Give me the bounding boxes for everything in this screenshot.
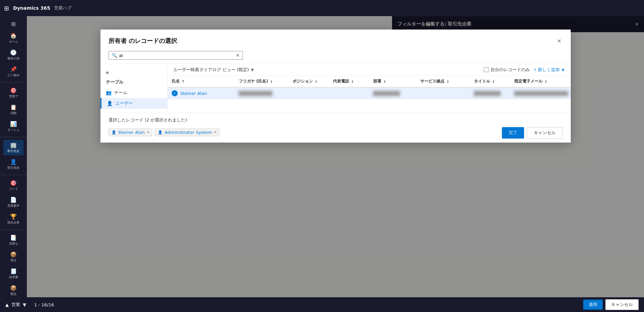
search-input[interactable] <box>119 53 234 58</box>
name-link[interactable]: Steiner Alan <box>180 91 207 96</box>
footer-actions: 完了 キャンセル <box>502 127 563 139</box>
app-subtitle: 営業ハブ <box>54 5 72 11</box>
col-phone-sort-icon: ↓ <box>351 80 354 83</box>
left-panel: ≡ テーブル 👥 チーム 👤 ユーザー <box>100 64 168 113</box>
row-check-icon: ✓ <box>172 90 178 96</box>
cell-dept: ████████ <box>369 87 416 99</box>
col-email[interactable]: 既定電子メール ↓ <box>510 76 571 87</box>
col-name[interactable]: 氏名 ↑ <box>168 76 235 87</box>
main-content: フィルターを編集する: 取引先企業 × 所有者 のレコードの選択 × 🔍 <box>27 16 644 297</box>
my-records-label: 自分のレコードのみ <box>490 67 530 73</box>
orders-icon: 📦 <box>10 251 17 258</box>
sidebar: ⊞ 🏠 ホーム 🕐 最近の項 📌 ピン留め 🎯 営業ア 📋 活動 <box>0 16 27 297</box>
modal-close-button[interactable]: × <box>556 36 563 46</box>
tag-user-icon-1: 👤 <box>158 130 163 135</box>
tag-user-icon-0: 👤 <box>112 130 116 135</box>
confirm-button[interactable]: 完了 <box>502 127 524 139</box>
user-icon: 👤 <box>107 101 113 106</box>
col-position-label: ポジション <box>293 79 313 84</box>
recent-icon: 🕐 <box>10 49 17 56</box>
sidebar-item-home[interactable]: 🏠 ホーム <box>3 31 24 46</box>
col-title[interactable]: タイトル ↓ <box>470 76 510 87</box>
search-icon: 🔍 <box>112 53 117 58</box>
sidebar-item-orders[interactable]: 📦 受注 <box>3 249 24 265</box>
col-furigana[interactable]: フリガナ (氏名) ↓ <box>235 76 289 87</box>
bottom-nav-down-icon[interactable]: ▼ <box>23 302 26 307</box>
sidebar-item-leads[interactable]: 🎯 リード <box>3 178 24 193</box>
tag-remove-button-0[interactable]: × <box>147 130 149 134</box>
cell-furigana: ██████████ <box>235 87 289 99</box>
sidebar-item-contacts[interactable]: 👤 取引先担 <box>3 157 24 172</box>
tag-label-0: Steiner Alan <box>118 130 145 135</box>
sales-activity-icon: 🎯 <box>10 87 17 94</box>
leads-icon: 🎯 <box>10 180 17 186</box>
toolbar-right: 自分のレコードのみ + 新しく追加 ▼ <box>484 67 565 73</box>
cancel-button[interactable]: キャンセル <box>527 127 563 139</box>
col-service[interactable]: サービス拠点 ↓ <box>416 76 470 87</box>
sidebar-item-accounts[interactable]: 🏢 取引先企 <box>3 140 24 155</box>
left-panel-item-user[interactable]: 👤 ユーザー <box>100 98 167 109</box>
cell-service <box>416 87 470 99</box>
left-panel-filter-icon[interactable]: ≡ <box>100 68 167 77</box>
grid-icon: ⊞ <box>11 21 15 27</box>
search-clear-button[interactable]: ✕ <box>236 53 240 58</box>
col-furigana-sort-icon: ↓ <box>270 80 273 83</box>
modal-header: 所有者 のレコードの選択 × <box>100 30 571 48</box>
search-bar: 🔍 ✕ <box>100 48 571 64</box>
dashboard-icon: 📊 <box>10 121 17 127</box>
bottom-nav-up-icon[interactable]: ▲ <box>5 302 9 307</box>
sidebar-item-grid[interactable]: ⊞ <box>3 19 24 29</box>
col-title-sort-icon: ↓ <box>492 80 495 83</box>
sidebar-item-invoices[interactable]: 🧾 請求書 <box>3 266 24 281</box>
tag-label-1: Administrator System <box>165 130 212 135</box>
tag-administrator-system: 👤 Administrator System × <box>155 128 219 136</box>
sidebar-item-pinned[interactable]: 📌 ピン留め <box>3 64 24 80</box>
cell-name: ✓ Steiner Alan <box>168 87 235 99</box>
app-body: ⊞ 🏠 ホーム 🕐 最近の項 📌 ピン留め 🎯 営業ア 📋 活動 <box>0 16 644 297</box>
col-position[interactable]: ポジション ↓ <box>289 76 329 87</box>
bottom-apply-button[interactable]: 適用 <box>583 300 603 310</box>
my-records-checkbox[interactable] <box>484 67 488 72</box>
sidebar-item-recent[interactable]: 🕐 最近の項 <box>3 47 24 63</box>
sidebar-item-opportunities[interactable]: 📄 営業案件 <box>3 195 24 210</box>
modal-backdrop: 所有者 のレコードの選択 × 🔍 ✕ <box>27 16 644 297</box>
right-panel: ユーザー検索ダイアログ ビュー (既定) ▼ 自分のレコードのみ <box>168 64 571 113</box>
activities-icon: 📋 <box>10 104 17 110</box>
sidebar-item-activities[interactable]: 📋 活動 <box>3 102 24 117</box>
team-icon: 👥 <box>106 90 112 95</box>
view-selector[interactable]: ユーザー検索ダイアログ ビュー (既定) ▼ <box>173 67 254 73</box>
bottom-page-info: 1 - 16/16 <box>34 302 54 307</box>
left-panel-user-label: ユーザー <box>115 100 133 106</box>
app-title: Dynamics 365 <box>13 5 50 11</box>
sidebar-item-products[interactable]: 📦 製品 <box>3 283 24 297</box>
col-title-label: タイトル <box>474 79 490 84</box>
table-row[interactable]: ✓ Steiner Alan ██████████ ████████ <box>168 87 571 99</box>
table-toolbar: ユーザー検索ダイアログ ビュー (既定) ▼ 自分のレコードのみ <box>168 64 571 76</box>
bottom-bar-right: 適用 キャンセル <box>583 299 639 310</box>
sidebar-item-recent-label: 最近の項 <box>7 56 19 61</box>
add-new-button[interactable]: + 新しく追加 ▼ <box>534 67 565 73</box>
cell-phone <box>329 87 369 99</box>
contacts-icon: 👤 <box>10 159 17 165</box>
sidebar-item-sales-activity[interactable]: 🎯 営業ア <box>3 85 24 101</box>
add-new-label: + 新しく追加 <box>534 67 559 73</box>
sidebar-item-quotes[interactable]: 📑 見積も <box>3 232 24 248</box>
tag-remove-button-1[interactable]: × <box>214 130 216 134</box>
invoices-icon: 🧾 <box>10 268 17 274</box>
add-new-chevron-icon: ▼ <box>561 67 565 72</box>
left-panel-item-team[interactable]: 👥 チーム <box>100 87 167 98</box>
sidebar-item-dashboard[interactable]: 📊 ダッシュ <box>3 119 24 134</box>
modal-body: ≡ テーブル 👥 チーム 👤 ユーザー <box>100 64 571 113</box>
col-dept[interactable]: 部署 ↓ <box>369 76 416 87</box>
col-service-label: サービス拠点 <box>420 79 444 84</box>
col-service-sort-icon: ↓ <box>446 80 449 83</box>
table-body: ✓ Steiner Alan ██████████ ████████ <box>168 87 571 99</box>
sidebar-item-competitors[interactable]: 🏆 競合企業 <box>3 211 24 227</box>
app-grid-icon[interactable]: ⊞ <box>4 5 9 12</box>
home-icon: 🏠 <box>10 33 17 39</box>
bottom-cancel-button[interactable]: キャンセル <box>605 299 639 310</box>
col-phone[interactable]: 代表電話 ↓ <box>329 76 369 87</box>
col-name-label: 氏名 <box>172 79 180 84</box>
modal-title: 所有者 のレコードの選択 <box>109 37 177 45</box>
app-background: ⊞ Dynamics 365 営業ハブ ⊞ 🏠 ホーム 🕐 最近の項 📌 ピン留… <box>0 0 644 312</box>
